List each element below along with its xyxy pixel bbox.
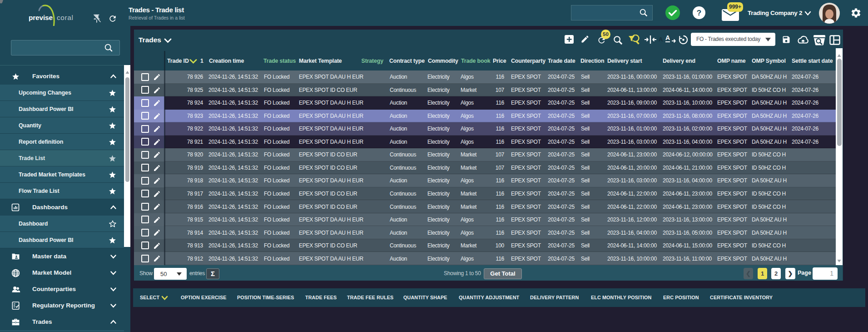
svg-text:?: ?: [697, 9, 701, 17]
